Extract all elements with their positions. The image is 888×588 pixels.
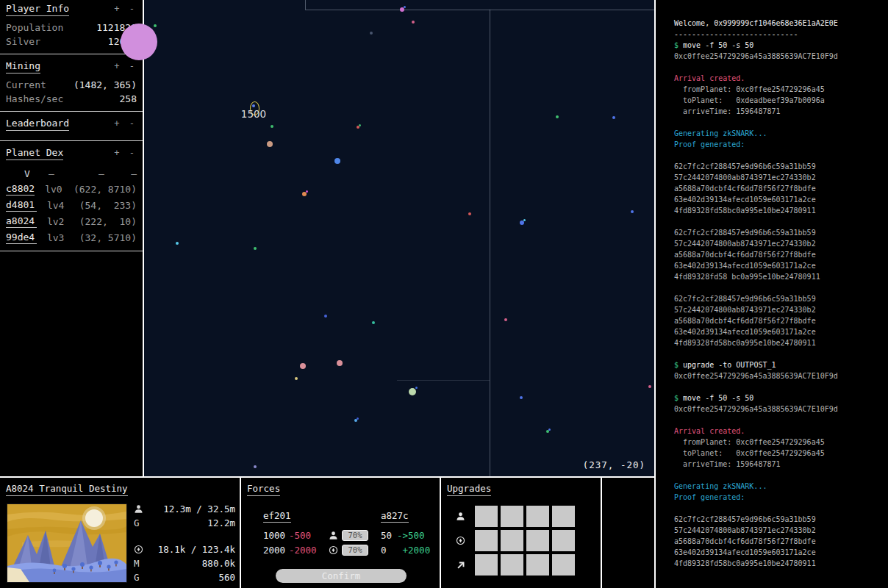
range-arrow-icon [456, 560, 475, 570]
terminal-line: 0xc0ffee254729296a45a3885639AC7E10F9d [674, 370, 885, 381]
planet-dot-accent [404, 6, 406, 8]
section-divider [0, 251, 143, 251]
planet-dot[interactable] [121, 24, 157, 60]
upgrade-slot[interactable] [501, 506, 523, 527]
planet-dot[interactable] [334, 158, 340, 164]
terminal-line: Arrival created. [674, 426, 885, 437]
planet-dex-id-link[interactable]: c8802 [6, 183, 35, 196]
leaderboard-collapse-controls[interactable]: + - [114, 118, 137, 129]
mining-current-label: Current [6, 79, 46, 90]
leaderboard-title: Leaderboard [6, 118, 69, 131]
map-grid-line [490, 10, 490, 476]
planet-dot[interactable] [337, 360, 343, 366]
planet-dot[interactable] [372, 321, 375, 324]
forces-to-value: 50 [381, 530, 397, 541]
planet-dex-id-link[interactable]: a8024 [6, 215, 37, 228]
forces-row: 2000-200070%0 +2000 [263, 542, 430, 557]
forces-percent-button[interactable]: 70% [342, 545, 368, 556]
terminal-line [674, 503, 885, 514]
planet-dot[interactable] [409, 388, 416, 395]
population-row: Population 1121820 [6, 21, 137, 35]
planet-dex-coords: (622, 8710) [74, 184, 137, 195]
upgrades-grid [456, 504, 578, 577]
planet-dot[interactable] [400, 7, 404, 12]
planet-dot[interactable] [254, 465, 257, 468]
planet-dot[interactable] [354, 419, 357, 422]
dex-col-v[interactable]: V [6, 168, 49, 179]
terminal-command-text: upgrade -to OUTPOST_1 [678, 361, 776, 369]
upgrade-slot[interactable] [475, 530, 498, 551]
upgrade-row [456, 553, 578, 577]
planet-dot[interactable] [504, 318, 507, 321]
selected-planet-name: A8024 Tranquil Destiny [6, 483, 128, 496]
terminal-line: 4fd89328fd58bc0a995e10be24780911 [674, 337, 885, 348]
dex-col-3[interactable]: – [121, 168, 137, 179]
dex-col-2[interactable]: – [82, 168, 121, 179]
planet-dot[interactable] [295, 377, 298, 380]
upgrade-slot[interactable] [475, 554, 498, 576]
mining-collapse-controls[interactable]: + - [114, 60, 137, 71]
upgrade-slot[interactable] [552, 530, 575, 551]
stat-group: 12.3m / 32.5mG12.2m [134, 502, 235, 530]
planet-dot[interactable] [271, 125, 273, 128]
stat-letter-G: G [134, 517, 150, 528]
planet-dot[interactable] [520, 396, 523, 399]
upgrade-slot[interactable] [475, 506, 498, 527]
upgrade-slot[interactable] [552, 554, 575, 576]
planet-dot[interactable] [176, 242, 179, 245]
mining-section: Mining + - Current (1482, 365) Hashes/se… [6, 60, 137, 106]
upgrade-slot[interactable] [526, 506, 549, 527]
terminal-command-text: move -f 50 -s 50 [678, 41, 753, 49]
player-info-collapse-controls[interactable]: + - [114, 3, 137, 14]
planet-dex-id-link[interactable]: d4801 [6, 199, 37, 212]
confirm-button[interactable]: Confirm [276, 569, 407, 583]
terminal-line [674, 150, 885, 161]
planet-dot[interactable] [546, 430, 549, 433]
upgrade-slot[interactable] [526, 530, 549, 551]
planet-dot[interactable] [556, 115, 559, 118]
planet-dot[interactable] [254, 247, 257, 250]
terminal-line: 62c7fc2cf288457e9d96b6c59a31bb59 [674, 514, 885, 525]
planet-dot[interactable] [267, 141, 273, 147]
population-icon [456, 512, 475, 521]
upgrade-slot[interactable] [501, 554, 523, 576]
stat-group: 18.1k / 123.4kM880.0kG560 [134, 542, 235, 584]
terminal-console[interactable]: Welcome, 0x999999cf1046e68e36E1aA2E0E---… [654, 0, 888, 588]
planet-dot[interactable] [520, 220, 524, 225]
planet-dot[interactable] [612, 116, 615, 119]
planet-dot[interactable] [468, 212, 471, 215]
space-map-canvas[interactable]: 1500 (237, -20) [144, 0, 654, 476]
terminal-line: $ move -f 50 -s 50 [674, 392, 885, 404]
planet-dot[interactable] [302, 192, 307, 196]
terminal-line: 4fd89328fd58 bc0a995e10be24780911 [674, 271, 885, 282]
planet-dot[interactable] [300, 363, 306, 369]
upgrade-slot[interactable] [526, 554, 549, 576]
forces-percent-button[interactable]: 70% [342, 530, 368, 541]
planet-dex-collapse-controls[interactable]: + - [114, 147, 137, 158]
planet-dot[interactable] [412, 21, 415, 24]
planet-dex-id-link[interactable]: 99de4 [6, 232, 37, 244]
silver-icon [329, 545, 342, 555]
planet-dot-accent [415, 387, 418, 389]
planet-dot[interactable] [631, 210, 634, 213]
planet-dot[interactable] [370, 32, 373, 35]
forces-from-value: 1000 [263, 530, 289, 541]
population-label: Population [6, 22, 63, 33]
to-planet-id[interactable]: a827c [381, 510, 409, 523]
planet-dot[interactable] [154, 24, 157, 27]
map-grid-line [305, 10, 654, 10]
terminal-line: 62c7fc2cf288457e9d96b6c59a31bb59 [674, 161, 885, 172]
from-planet-id[interactable]: ef201 [263, 510, 291, 523]
terminal-line: 62c7fc2cf288457e9d96b6c59a31bb59 [674, 293, 885, 304]
upgrade-slot[interactable] [552, 506, 575, 527]
forces-title: Forces [247, 483, 280, 496]
hashes-per-sec-value: 258 [120, 93, 137, 104]
stat-row: 18.1k / 123.4k [134, 542, 235, 556]
dex-col-1[interactable]: – [49, 168, 82, 179]
planet-dot[interactable] [324, 315, 327, 318]
upgrade-slot[interactable] [501, 530, 523, 551]
planet-dot[interactable] [648, 385, 651, 388]
terminal-line: ---------------------------- [674, 29, 885, 40]
planet-dot[interactable] [357, 126, 359, 129]
stat-row: M880.0k [134, 556, 235, 570]
